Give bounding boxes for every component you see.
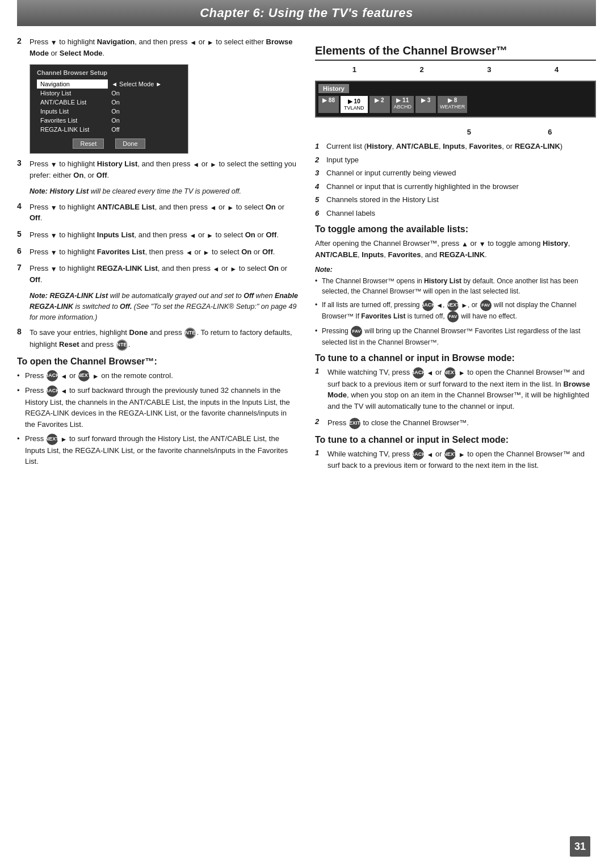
arrow-left-icon: ◄: [192, 161, 199, 169]
note-list: The Channel Browser™ opens in History Li…: [315, 276, 596, 347]
arrow-left-icon: ◄: [189, 232, 196, 240]
page-number: 31: [570, 836, 590, 857]
note-item-3: Pressing FAV will bring up the Channel B…: [315, 326, 596, 347]
arrow-right-icon: ►: [459, 369, 465, 377]
fav-icon: FAV: [480, 300, 492, 311]
arrow-right-icon: ►: [60, 435, 67, 443]
row-value: On: [108, 107, 181, 116]
fav-icon-2: FAV: [447, 311, 459, 322]
arrow-right-icon: ►: [93, 372, 99, 380]
exit-icon: EXIT: [349, 418, 360, 429]
note-regza-link: Note: REGZA-LINK List will be automatica…: [30, 291, 298, 322]
element-num: 3: [315, 167, 323, 179]
note-label: Note:: [315, 265, 596, 275]
element-num: 6: [315, 208, 323, 219]
arrow-down-icon: ▼: [51, 265, 57, 273]
row-value: Off: [108, 125, 181, 134]
channel-10: ▶ 10 TVLAND: [341, 96, 368, 113]
step-8-number: 8: [17, 327, 27, 336]
arrow-down-icon: ▼: [51, 203, 57, 211]
browse-step-1: 1 While watching TV, press BACK ◄ or NEX…: [315, 367, 596, 412]
arrow-left-icon: ◄: [186, 248, 192, 256]
step-2-content: Press ▼ to highlight Navigation, and the…: [30, 36, 298, 58]
step-3-content: Press ▼ to highlight History List, and t…: [30, 158, 298, 181]
page-wrapper: Chapter 6: Using the TV's features 2 Pre…: [0, 0, 613, 500]
element-num: 5: [315, 194, 323, 206]
note-history-list: Note: History List will be cleared every…: [30, 186, 298, 197]
arrow-down-icon: ▼: [479, 240, 486, 248]
channel-browser-setup-screenshot: Channel Browser Setup Navigation ◄ Selec…: [30, 64, 188, 154]
element-6: 6 Channel labels: [315, 208, 596, 219]
row-label: Favorites List: [37, 116, 108, 125]
step-2: 2 Press ▼ to highlight Navigation, and t…: [17, 36, 298, 58]
antcable-bold: ANT/CABLE List: [97, 203, 155, 211]
regza-link-bold: REGZA-LINK List: [97, 264, 158, 272]
step-5-number: 5: [17, 229, 27, 238]
browse-step-2-num: 2: [315, 417, 325, 426]
list-item: Press NEXT ► to surf forward through the…: [17, 433, 298, 467]
note-italic-bold: Note: REGZA-LINK List: [30, 292, 108, 300]
enter-icon-2: ENTER: [116, 339, 128, 351]
browse-step-2: 2 Press EXIT to close the Channel Browse…: [315, 417, 596, 429]
chapter-title: Chapter 6: Using the TV's features: [17, 6, 596, 20]
arrow-left-icon: ◄: [60, 387, 67, 395]
arrow-down-icon: ▼: [51, 39, 57, 47]
arrow-right-icon: ►: [459, 450, 465, 458]
open-channel-browser-heading: To open the Channel Browser™:: [17, 357, 298, 367]
open-channel-browser-list: Press BACK ◄ or NEXT ► on the remote con…: [17, 370, 298, 467]
toggle-heading: To toggle among the available lists:: [315, 224, 596, 234]
channel-3: ▶ 3: [415, 96, 436, 113]
diagram-bottom-numbers: 5 6: [315, 125, 596, 140]
on-bold: On: [245, 230, 255, 239]
step-7-content: Press ▼ to highlight REGZA-LINK List, an…: [30, 263, 298, 285]
row-value: On: [108, 89, 181, 98]
screenshot-row-favorites: Favorites List On: [37, 116, 181, 125]
diag-num-1: 1: [352, 65, 356, 74]
toggle-text: After opening the Channel Browser™, pres…: [315, 238, 596, 260]
regza-bold: REGZA-LINK: [515, 142, 560, 150]
arrow-right-icon: ►: [203, 248, 210, 256]
channel-browser-diagram: History ▶ 88 ▶ 10 TVLAND ▶ 2: [315, 81, 596, 118]
note-section: Note: The Channel Browser™ opens in Hist…: [315, 265, 596, 347]
arrow-right-icon: ►: [207, 39, 214, 47]
row-value: ◄ Select Mode ►: [108, 79, 181, 89]
diagram-area: 1 2 3 4 History ▶ 88 ▶ 10: [315, 65, 596, 140]
screenshot-row-inputs: Inputs List On: [37, 107, 181, 116]
browse-step-1-content: While watching TV, press BACK ◄ or NEXT …: [328, 367, 596, 412]
screenshot-row-history: History List On: [37, 89, 181, 98]
row-label: ANT/CABLE List: [37, 98, 108, 107]
note-item-1: The Channel Browser™ opens in History Li…: [315, 276, 596, 296]
browse-step-2-content: Press EXIT to close the Channel Browser™…: [328, 417, 596, 429]
row-label: Navigation: [37, 79, 108, 89]
history-bold: History: [367, 142, 392, 150]
element-num: 2: [315, 154, 323, 166]
inputs-bold: Inputs: [443, 142, 465, 150]
back-icon: BACK: [413, 367, 424, 379]
arrow-up-icon: ▲: [461, 240, 468, 248]
arrow-right-icon: ►: [210, 161, 217, 169]
done-bold: Done: [129, 328, 148, 337]
note-item-2: If all lists are turned off, pressing BA…: [315, 300, 596, 322]
diag-num-5: 5: [467, 128, 471, 136]
navigation-bold: Navigation: [97, 37, 135, 46]
elements-list: 1 Current list (History, ANT/CABLE, Inpu…: [315, 141, 596, 219]
element-4: 4 Channel or input that is currently hig…: [315, 181, 596, 192]
note-bold: Note: History List: [30, 187, 89, 195]
back-icon: BACK: [422, 300, 434, 311]
done-button[interactable]: Done: [115, 139, 145, 149]
off2-bold: Off.: [120, 303, 132, 311]
browse-mode-heading: To tune to a channel or input in Browse …: [315, 353, 596, 363]
list-item: Press BACK ◄ or NEXT ► on the remote con…: [17, 370, 298, 382]
diag-num-3: 3: [487, 65, 491, 74]
screenshot-title: Channel Browser Setup: [37, 69, 181, 76]
arrow-left-icon: ◄: [60, 372, 67, 380]
reset-button[interactable]: Reset: [73, 139, 104, 149]
next-icon: NEXT: [447, 300, 459, 311]
step-6-number: 6: [17, 246, 27, 255]
step-8-content: To save your entries, highlight Done and…: [30, 327, 298, 350]
diag-num-4: 4: [555, 65, 559, 74]
channels-row: ▶ 88 ▶ 10 TVLAND ▶ 2 ▶ 11 ABCHD: [318, 95, 593, 114]
element-text: Channel or input currently being viewed: [326, 167, 456, 179]
arrow-right-icon: ►: [207, 232, 213, 240]
channel-11: ▶ 11 ABCHD: [392, 96, 414, 113]
